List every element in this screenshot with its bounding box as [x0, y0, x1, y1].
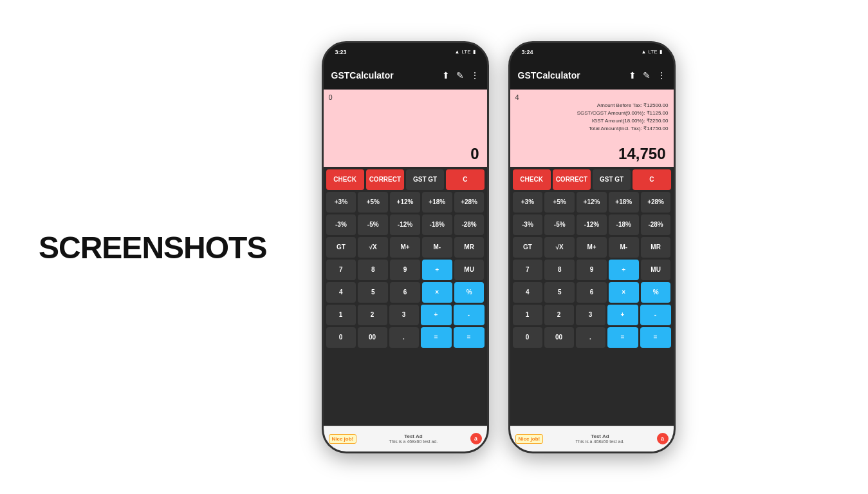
phone-1-check-btn[interactable]: CHECK — [326, 169, 364, 190]
phone-1-mul-btn[interactable]: × — [422, 282, 452, 303]
phone-1-minus-btn[interactable]: - — [454, 305, 485, 325]
phone-1-edit-icon[interactable]: ✎ — [456, 70, 464, 81]
phone-2-div-btn[interactable]: ÷ — [609, 260, 639, 280]
phone-2-5-btn[interactable]: 5 — [544, 282, 575, 303]
phone-2-plus3-btn[interactable]: +3% — [513, 192, 543, 213]
phone-1-sqrt-btn[interactable]: √X — [358, 237, 388, 258]
phone-1-pct-btn[interactable]: % — [454, 282, 485, 303]
phone-2-minus-btn[interactable]: - — [640, 305, 671, 325]
phone-1-c-btn[interactable]: C — [446, 169, 484, 190]
phone-2-1-btn[interactable]: 1 — [513, 305, 542, 325]
phone-1-plus12-btn[interactable]: +12% — [390, 192, 420, 213]
phone-1-more-icon[interactable]: ⋮ — [470, 70, 479, 81]
phone-1-4-btn[interactable]: 4 — [326, 282, 356, 303]
phone-1-div-btn[interactable]: ÷ — [422, 260, 452, 280]
phone-1-minus5-btn[interactable]: -5% — [358, 214, 388, 235]
phone-2-plus12-btn[interactable]: +12% — [577, 192, 607, 213]
phone-1-btn-row-7: 1 2 3 — [326, 305, 419, 325]
phone-1-status-icons: ▲ LTE ▮ — [455, 49, 476, 55]
phone-1-eq2-btn[interactable]: = — [454, 327, 485, 348]
phone-1-7-btn[interactable]: 7 — [326, 260, 356, 280]
phone-1-9-btn[interactable]: 9 — [390, 260, 420, 280]
phone-1-correct-btn[interactable]: CORRECT — [366, 169, 404, 190]
phone-1-5-btn[interactable]: 5 — [358, 282, 388, 303]
phone-2-minus12-btn[interactable]: -12% — [577, 214, 607, 235]
phone-2-plus28-btn[interactable]: +28% — [641, 192, 671, 213]
phone-1-plus5-btn[interactable]: +5% — [358, 192, 388, 213]
phone-2-plus-btn[interactable]: + — [607, 305, 638, 325]
phone-2-minus18-btn[interactable]: -18% — [609, 214, 639, 235]
phone-2-ad-title: Test Ad — [547, 433, 652, 439]
phone-2-btn-row-1: CHECK CORRECT GST GT C — [513, 169, 671, 190]
phone-1-minus3-btn[interactable]: -3% — [326, 214, 356, 235]
phone-2-display-value: 14,750 — [515, 145, 669, 163]
phone-2-pct-btn[interactable]: % — [641, 282, 671, 303]
phone-2-gstgt-btn[interactable]: GST GT — [593, 169, 631, 190]
phone-1-mminus-btn[interactable]: M- — [422, 237, 452, 258]
phone-2-share-icon[interactable]: ⬆ — [629, 70, 636, 81]
phone-2-plus5-btn[interactable]: +5% — [544, 192, 575, 213]
phone-1-gt-btn[interactable]: GT — [326, 237, 356, 258]
phone-1-display-value: 0 — [329, 145, 482, 163]
phone-2-00-btn[interactable]: 00 — [544, 327, 574, 348]
phone-1-3-btn[interactable]: 3 — [389, 305, 419, 325]
phone-1-col-plus: + = — [421, 305, 452, 348]
phone-1-2-btn[interactable]: 2 — [358, 305, 387, 325]
phone-1-dot-btn[interactable]: . — [389, 327, 419, 348]
phone-2-3-btn[interactable]: 3 — [576, 305, 605, 325]
phone-2-plus18-btn[interactable]: +18% — [609, 192, 639, 213]
phone-1-plus18-btn[interactable]: +18% — [422, 192, 452, 213]
phone-1-plus28-btn[interactable]: +28% — [454, 192, 485, 213]
phone-2-sqrt-btn[interactable]: √X — [544, 237, 575, 258]
phone-2-4-btn[interactable]: 4 — [513, 282, 543, 303]
phone-2-status-bar: 3:24 ▲ LTE ▮ — [510, 43, 674, 61]
phone-1-btn-row-3: -3% -5% -12% -18% -28% — [326, 214, 485, 235]
phone-2-btn-row-2: +3% +5% +12% +18% +28% — [513, 192, 671, 213]
phone-1-plus-btn[interactable]: + — [421, 305, 452, 325]
phone-1-share-icon[interactable]: ⬆ — [442, 70, 450, 81]
phone-2-info-line2: SGST/CGST Amount(9.00%): ₹1125.00 — [515, 109, 669, 117]
phone-2-correct-btn[interactable]: CORRECT — [553, 169, 591, 190]
phone-2-minus28-btn[interactable]: -28% — [641, 214, 671, 235]
phone-2-mu-btn[interactable]: MU — [641, 260, 671, 280]
phone-2-minus3-btn[interactable]: -3% — [513, 214, 543, 235]
phone-2-gt-btn[interactable]: GT — [513, 237, 543, 258]
phone-2-mplus-btn[interactable]: M+ — [577, 237, 607, 258]
phone-2-c-btn[interactable]: C — [633, 169, 670, 190]
phone-2-7-btn[interactable]: 7 — [513, 260, 543, 280]
phone-1-mplus-btn[interactable]: M+ — [390, 237, 420, 258]
battery-icon: ▮ — [473, 49, 476, 55]
phone-1-6-btn[interactable]: 6 — [390, 282, 420, 303]
phone-1-minus18-btn[interactable]: -18% — [422, 214, 452, 235]
phone-2-8-btn[interactable]: 8 — [544, 260, 575, 280]
phone-2-btn-row-5: 7 8 9 ÷ MU — [513, 260, 671, 280]
phone-1-plus3-btn[interactable]: +3% — [326, 192, 356, 213]
phone-1-ad-bar: Nice job! Test Ad This is a 468x60 test … — [324, 426, 487, 451]
phone-2-eq2-btn[interactable]: = — [640, 327, 671, 348]
phone-2-edit-icon[interactable]: ✎ — [643, 70, 651, 81]
phone-1: 3:23 ▲ LTE ▮ GSTCalculator ⬆ ✎ ⋮ 0 0 — [322, 41, 489, 453]
phone-1-mu-btn[interactable]: MU — [454, 260, 485, 280]
phone-2-check-btn[interactable]: CHECK — [513, 169, 551, 190]
phone-2-minus5-btn[interactable]: -5% — [544, 214, 575, 235]
phone-1-eq-btn[interactable]: = — [421, 327, 452, 348]
phone-2-eq-btn[interactable]: = — [607, 327, 638, 348]
phone-1-minus28-btn[interactable]: -28% — [454, 214, 485, 235]
phone-1-1-btn[interactable]: 1 — [326, 305, 356, 325]
phone-2-0-btn[interactable]: 0 — [513, 327, 542, 348]
phone-2-mul-btn[interactable]: × — [609, 282, 639, 303]
phone-2-ad-nicejob: Nice job! — [515, 434, 544, 444]
phone-2-2-btn[interactable]: 2 — [544, 305, 574, 325]
phone-2-6-btn[interactable]: 6 — [577, 282, 607, 303]
phone-1-mr-btn[interactable]: MR — [454, 237, 485, 258]
phone-2-more-icon[interactable]: ⋮ — [657, 70, 666, 81]
phone-2-dot-btn[interactable]: . — [576, 327, 605, 348]
phone-1-0-btn[interactable]: 0 — [326, 327, 356, 348]
phone-1-8-btn[interactable]: 8 — [358, 260, 388, 280]
phone-1-minus12-btn[interactable]: -12% — [390, 214, 420, 235]
phone-2-mr-btn[interactable]: MR — [641, 237, 671, 258]
phone-2-mminus-btn[interactable]: M- — [609, 237, 639, 258]
phone-1-00-btn[interactable]: 00 — [358, 327, 387, 348]
phone-2-9-btn[interactable]: 9 — [577, 260, 607, 280]
phone-1-gstgt-btn[interactable]: GST GT — [406, 169, 444, 190]
